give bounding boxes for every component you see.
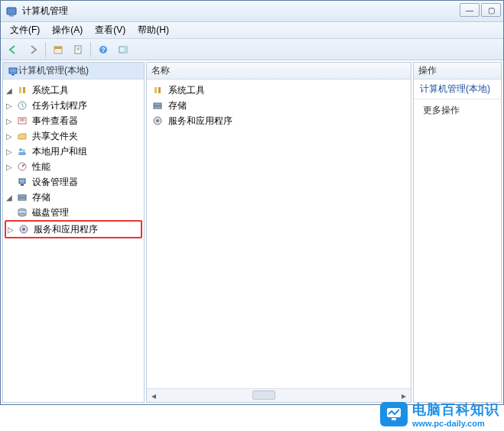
tree-label: 磁盘管理 [31,206,70,220]
expand-icon[interactable]: ▷ [6,225,15,234]
services-apps-icon [151,115,164,127]
svg-rect-10 [124,47,127,53]
performance-icon [16,160,28,173]
action-more[interactable]: 更多操作 [414,99,501,122]
svg-rect-33 [158,87,161,93]
scroll-thumb[interactable] [252,390,275,400]
svg-point-31 [22,228,25,231]
titlebar: 计算机管理 — ▢ [1,1,503,22]
app-icon [5,5,18,18]
svg-point-37 [156,119,159,122]
toolbar-separator [90,42,91,57]
list-view[interactable]: 系统工具 存储 服务和应用程序 [147,79,411,388]
properties-button[interactable] [69,41,87,58]
menu-view[interactable]: 查看(V) [89,22,132,38]
blank-icon [5,209,14,217]
actions-list: 计算机管理(本地) 更多操作 [414,79,501,402]
task-scheduler-icon [16,99,28,112]
collapse-icon[interactable]: ◢ [5,193,14,202]
tree-root-header[interactable]: 计算机管理(本地) [3,63,144,79]
tree-item-task-scheduler[interactable]: ▷ 任务计划程序 [5,99,142,112]
scroll-left-icon[interactable]: ◂ [147,389,161,403]
content-area: 计算机管理(本地) ◢ 系统工具 ▷ 任务计划程序 ▷ [1,60,503,404]
horizontal-scrollbar[interactable]: ◂ ▸ [147,388,411,402]
tree-label: 共享文件夹 [31,129,80,144]
watermark-text: 电脑百科知识 [412,402,499,417]
expand-icon[interactable]: ▷ [5,117,14,125]
disk-mgmt-icon [16,206,28,219]
svg-rect-21 [18,152,26,155]
expand-icon[interactable]: ▷ [5,147,14,156]
menu-action[interactable]: 操作(A) [46,22,89,38]
watermark-logo-icon [380,402,408,426]
actions-pane: 操作 计算机管理(本地) 更多操作 [413,62,502,403]
svg-point-19 [19,148,22,151]
svg-rect-14 [23,87,25,93]
list-item[interactable]: 存储 [151,98,406,113]
list-header-name[interactable]: 名称 [147,63,411,79]
collapse-icon[interactable]: ◢ [5,86,14,95]
svg-rect-25 [18,195,26,197]
tree-label: 本地用户和组 [31,144,89,159]
tree-label: 服务和应用程序 [32,222,99,237]
expand-icon[interactable]: ▷ [5,102,14,110]
svg-point-29 [18,213,26,216]
tree-item-system-tools[interactable]: ◢ 系统工具 [5,83,142,97]
tree-item-event-viewer[interactable]: ▷ 事件查看器 [5,114,142,128]
tree-item-device-manager[interactable]: 设备管理器 [5,175,142,189]
svg-rect-0 [7,8,16,15]
tree: ◢ 系统工具 ▷ 任务计划程序 ▷ 事件查看器 [3,79,144,402]
list-item-label: 存储 [168,99,187,112]
show-panel-button[interactable] [114,41,132,58]
tree-label: 系统工具 [31,83,70,98]
system-tools-icon [151,84,164,96]
toolbar: ? [1,39,503,60]
forward-button[interactable] [24,41,42,58]
svg-rect-35 [154,106,161,109]
help-button[interactable]: ? [94,41,112,58]
svg-rect-12 [11,74,15,76]
svg-point-20 [22,149,25,152]
tree-label: 事件查看器 [31,114,80,128]
device-manager-icon [16,176,28,188]
tree-item-users-groups[interactable]: ▷ 本地用户和组 [5,144,142,158]
toolbar-separator [45,42,46,57]
back-button[interactable] [4,41,22,58]
tree-label: 存储 [31,190,52,205]
actions-group-title: 计算机管理(本地) [414,79,501,99]
tree-item-services-apps[interactable]: ▷ 服务和应用程序 [6,222,141,236]
menu-help[interactable]: 帮助(H) [132,22,175,38]
svg-rect-32 [154,87,157,93]
users-groups-icon [16,145,28,157]
watermark-url: www.pc-daily.com [412,419,499,428]
svg-rect-11 [9,68,17,73]
actions-header: 操作 [414,63,501,79]
list-pane: 名称 系统工具 存储 服务和应用程序 ◂ ▸ [146,62,411,403]
system-tools-icon [16,84,28,96]
list-item[interactable]: 服务和应用程序 [151,113,406,128]
tree-item-shared-folders[interactable]: ▷ 共享文件夹 [5,129,142,143]
expand-icon[interactable]: ▷ [5,132,14,141]
minimize-button[interactable]: — [460,3,480,17]
expand-icon[interactable]: ▷ [5,163,14,171]
svg-rect-26 [18,198,26,200]
menubar: 文件(F) 操作(A) 查看(V) 帮助(H) [1,22,503,39]
menu-file[interactable]: 文件(F) [4,22,46,38]
tree-root-label: 计算机管理(本地) [18,64,89,77]
tree-label: 任务计划程序 [31,99,89,113]
tree-item-storage[interactable]: ◢ 存储 [5,190,142,204]
blank-icon [5,178,14,186]
tree-item-disk-mgmt[interactable]: 磁盘管理 [5,206,142,219]
tree-label: 性能 [31,160,52,174]
list-item[interactable]: 系统工具 [151,83,406,98]
tree-item-performance[interactable]: ▷ 性能 [5,160,142,173]
storage-icon [151,99,164,112]
up-button[interactable] [49,41,67,58]
list-item-label: 服务和应用程序 [168,115,232,128]
services-apps-icon [18,223,30,235]
list-item-label: 系统工具 [168,84,205,97]
maximize-button[interactable]: ▢ [481,3,501,17]
svg-rect-23 [19,179,25,183]
svg-rect-39 [392,418,396,420]
computer-mgmt-icon [8,66,18,76]
